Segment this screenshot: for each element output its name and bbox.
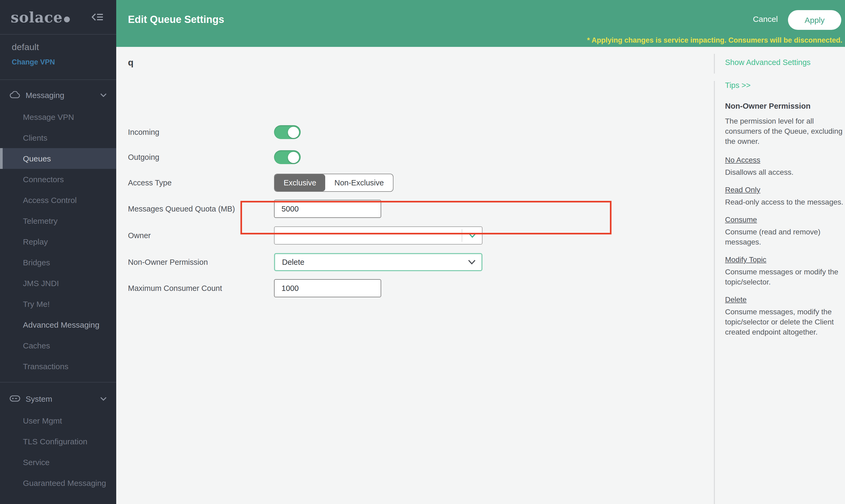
- page-title: Edit Queue Settings: [128, 14, 224, 25]
- sidebar-item-connectors[interactable]: Connectors: [0, 169, 116, 190]
- cancel-button[interactable]: Cancel: [750, 14, 781, 24]
- queue-name-heading: q: [128, 57, 134, 68]
- solace-logo-text: solace: [11, 9, 63, 25]
- outgoing-label: Outgoing: [128, 153, 274, 161]
- access-type-row: Access Type Exclusive Non-Exclusive: [128, 174, 393, 192]
- panel-divider-short: [714, 54, 715, 73]
- sidebar-item-advanced-messaging[interactable]: Advanced Messaging: [0, 314, 116, 335]
- tip-group: Modify Topic Consume messages or modify …: [725, 255, 837, 287]
- outgoing-row: Outgoing: [128, 150, 301, 164]
- apply-button[interactable]: Apply: [788, 10, 841, 30]
- quota-input[interactable]: [274, 200, 381, 218]
- show-advanced-settings-link[interactable]: Show Advanced Settings: [725, 58, 811, 67]
- sidebar-item-telemetry[interactable]: Telemetry: [0, 211, 116, 231]
- tip-intro: The permission level for all consumers o…: [725, 116, 845, 146]
- sidebar-item-user-mgmt[interactable]: User Mgmt: [0, 410, 116, 431]
- page-header: Edit Queue Settings Cancel Apply * Apply…: [116, 0, 845, 47]
- tips-link[interactable]: Tips >>: [725, 81, 751, 90]
- current-vpn-name: default: [12, 42, 116, 53]
- incoming-toggle[interactable]: [274, 125, 301, 139]
- tips-list: No Access Disallows all access. Read Onl…: [725, 156, 837, 337]
- toggle-knob: [288, 127, 299, 138]
- chevron-down-icon[interactable]: [100, 93, 107, 97]
- outgoing-toggle[interactable]: [274, 150, 301, 164]
- max-consumer-input[interactable]: [274, 279, 381, 297]
- chevron-down-icon: [469, 233, 476, 238]
- sidebar-item-guaranteed-messaging[interactable]: Guaranteed Messaging: [0, 472, 116, 493]
- sidebar-section-messaging[interactable]: Messaging: [0, 83, 116, 107]
- service-impact-warning: * Applying changes is service impacting.…: [587, 36, 842, 44]
- owner-label: Owner: [128, 231, 274, 240]
- change-vpn-link[interactable]: Change VPN: [12, 58, 116, 66]
- collapse-sidebar-icon[interactable]: [92, 13, 103, 21]
- select-divider: [462, 229, 462, 242]
- cloud-icon: [10, 91, 20, 98]
- chevron-down-icon[interactable]: [100, 397, 107, 400]
- tip-term-delete[interactable]: Delete: [725, 295, 837, 304]
- access-type-segmented-control: Exclusive Non-Exclusive: [274, 174, 393, 192]
- sidebar-item-clients[interactable]: Clients: [0, 127, 116, 148]
- incoming-label: Incoming: [128, 128, 274, 137]
- sidebar: solace default Change VPN: [0, 0, 116, 504]
- sidebar-item-queues[interactable]: Queues: [0, 148, 116, 169]
- tip-term-modify-topic[interactable]: Modify Topic: [725, 255, 837, 264]
- owner-row: Owner: [128, 227, 482, 245]
- non-owner-permission-label: Non-Owner Permission: [128, 258, 274, 266]
- sidebar-item-transactions[interactable]: Transactions: [0, 356, 116, 377]
- tip-group: No Access Disallows all access.: [725, 156, 837, 177]
- quota-label: Messages Queued Quota (MB): [128, 204, 274, 213]
- sidebar-section-system[interactable]: System: [0, 387, 116, 410]
- sidebar-item-bridges[interactable]: Bridges: [0, 252, 116, 273]
- tip-title: Non-Owner Permission: [725, 102, 837, 110]
- non-owner-permission-select[interactable]: Delete: [274, 253, 482, 271]
- tips-panel: Show Advanced Settings Tips >> Non-Owner…: [714, 47, 845, 504]
- edit-queue-form: q Incoming Outgoing Access Type Exclusiv…: [116, 47, 714, 504]
- panel-divider-long: [714, 81, 715, 504]
- sidebar-item-caches[interactable]: Caches: [0, 335, 116, 356]
- solace-logo-dot: [64, 16, 70, 22]
- sidebar-item-message-vpn[interactable]: Message VPN: [0, 107, 116, 127]
- vpn-block: default Change VPN: [0, 35, 116, 80]
- sidebar-item-replay[interactable]: Replay: [0, 231, 116, 252]
- chevron-down-icon: [468, 260, 476, 265]
- sidebar-item-try-me[interactable]: Try Me!: [0, 293, 116, 314]
- incoming-row: Incoming: [128, 125, 301, 139]
- non-owner-permission-value: Delete: [282, 258, 304, 266]
- app-window: solace default Change VPN: [0, 0, 845, 504]
- max-consumer-row: Maximum Consumer Count: [128, 279, 381, 297]
- tip-group: Read Only Read-only access to the messag…: [725, 185, 837, 207]
- tip-group: Consume Consume (read and remove) messag…: [725, 215, 837, 247]
- tip-term-no-access[interactable]: No Access: [725, 156, 837, 164]
- sidebar-item-tls-configuration[interactable]: TLS Configuration: [0, 431, 116, 452]
- solace-logo: solace: [11, 10, 70, 24]
- tip-group: Delete Consume messages, modify the topi…: [725, 295, 837, 337]
- toggle-knob: [288, 151, 299, 163]
- sidebar-nav: Messaging Message VPN Clients Queues Con…: [0, 80, 116, 493]
- sidebar-item-access-control[interactable]: Access Control: [0, 190, 116, 211]
- sidebar-item-service[interactable]: Service: [0, 452, 116, 472]
- sidebar-item-jms-jndi[interactable]: JMS JNDI: [0, 273, 116, 293]
- tip-term-read-only[interactable]: Read Only: [725, 185, 837, 194]
- sidebar-logo-row: solace: [0, 0, 116, 35]
- system-icon: [10, 395, 20, 402]
- quota-row: Messages Queued Quota (MB): [128, 200, 381, 218]
- tip-term-consume[interactable]: Consume: [725, 215, 837, 224]
- access-type-option-non-exclusive[interactable]: Non-Exclusive: [325, 174, 393, 191]
- non-owner-permission-row: Non-Owner Permission Delete: [128, 253, 482, 271]
- sidebar-divider: [0, 382, 116, 382]
- max-consumer-label: Maximum Consumer Count: [128, 284, 274, 292]
- access-type-option-exclusive[interactable]: Exclusive: [275, 174, 325, 191]
- owner-select[interactable]: [274, 227, 482, 245]
- screenshot-viewport: solace default Change VPN: [0, 0, 845, 504]
- access-type-label: Access Type: [128, 179, 274, 187]
